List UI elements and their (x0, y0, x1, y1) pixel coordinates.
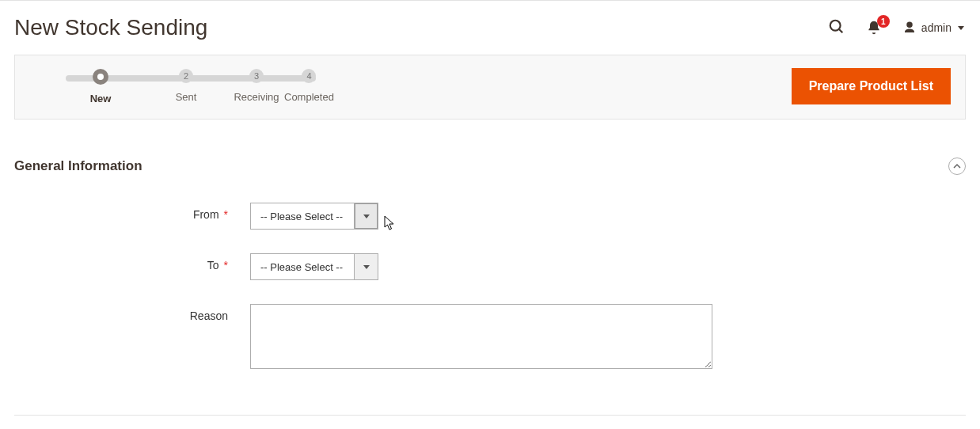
chevron-up-icon (953, 162, 961, 170)
to-label: To* (14, 253, 250, 271)
cursor-pointer-icon (384, 215, 397, 231)
progress-steps: New 2 Sent 3 Receiving 4 Completed (58, 69, 334, 104)
page-title: New Stock Sending (14, 15, 207, 40)
step-receiving: 3 Receiving (229, 69, 284, 103)
search-icon[interactable] (828, 18, 845, 38)
admin-menu[interactable]: admin (902, 21, 964, 35)
from-select[interactable]: -- Please Select -- (250, 203, 378, 230)
to-select[interactable]: -- Please Select -- (250, 253, 378, 280)
from-select-trigger[interactable] (354, 203, 378, 229)
svg-line-1 (839, 28, 843, 32)
collapse-toggle[interactable] (948, 158, 966, 175)
section-title-general: General Information (14, 158, 142, 174)
from-select-value: -- Please Select -- (251, 203, 354, 229)
user-icon (902, 21, 917, 35)
to-select-trigger[interactable] (354, 254, 378, 279)
caret-down-icon (363, 265, 370, 269)
from-label: From* (14, 203, 250, 221)
step-new: New (58, 69, 143, 104)
svg-point-0 (830, 20, 841, 30)
caret-down-icon (363, 214, 370, 218)
to-select-value: -- Please Select -- (251, 254, 354, 279)
notification-bell[interactable]: 1 (866, 20, 882, 36)
chevron-down-icon (958, 26, 964, 30)
step-sent: 2 Sent (143, 69, 229, 103)
prepare-product-list-button[interactable]: Prepare Product List (792, 68, 951, 104)
reason-textarea[interactable] (250, 304, 712, 369)
step-completed: 4 Completed (284, 69, 334, 103)
admin-username: admin (921, 21, 952, 34)
reason-label: Reason (14, 304, 250, 322)
notification-badge: 1 (877, 15, 890, 28)
